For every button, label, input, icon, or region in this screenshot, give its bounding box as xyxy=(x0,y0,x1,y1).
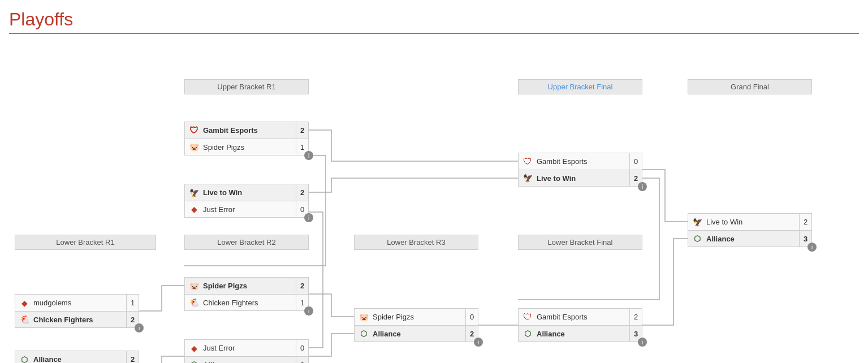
team-row-chicken-1: 🐔 Chicken Fighters 2 xyxy=(15,311,139,328)
match-lb-r2-2: ◆ Just Error 0 ⬡ Alliance 2 i xyxy=(184,339,309,363)
team-row-spider-r3: 🐷 Spider Pigzs 0 xyxy=(354,308,478,325)
team-score-alliance-lb2: 2 xyxy=(296,357,308,363)
match-lb-r1-1: ◆ mudgolems 1 🐔 Chicken Fighters 2 i xyxy=(15,294,139,328)
team-name-chicken-1: Chicken Fighters xyxy=(33,316,126,324)
round-label-lower-r1: Lower Bracket R1 xyxy=(15,235,156,250)
team-row-ltw-uf: 🦅 Live to Win 2 xyxy=(518,170,642,187)
team-name-alliance-lb2: Alliance xyxy=(203,361,296,364)
team-row-chicken-2: 🐔 Chicken Fighters 1 xyxy=(184,294,309,311)
bracket-container: Lower Bracket R1 Upper Bracket R1 Lower … xyxy=(9,40,857,363)
ltw-icon-gf: 🦅 xyxy=(690,215,704,229)
team-name-gambit-lf: Gambit Esports xyxy=(537,313,629,321)
team-name-mudgo: mudgolems xyxy=(33,299,126,307)
team-score-gambit-uf: 0 xyxy=(629,153,642,170)
match-grand-final: 🦅 Live to Win 2 ⬡ Alliance 3 i xyxy=(688,213,812,247)
team-name-alliance-lf: Alliance xyxy=(537,330,629,338)
info-icon-lb-final[interactable]: i xyxy=(638,338,647,347)
team-score-spider-2: 2 xyxy=(296,278,308,294)
team-row-error-2: ◆ Just Error 0 xyxy=(184,339,309,356)
team-name-ltw-uf: Live to Win xyxy=(537,174,629,183)
team-name-error-1: Just Error xyxy=(203,205,296,214)
team-score-mudgo: 1 xyxy=(126,295,139,311)
team-name-alliance-gf: Alliance xyxy=(706,235,799,243)
team-row-gambit-lf: 🛡 Gambit Esports 2 xyxy=(518,308,642,325)
alliance-icon-lb1: ⬡ xyxy=(18,353,31,364)
alliance-icon-gf: ⬡ xyxy=(690,232,704,245)
spider-icon-2: 🐷 xyxy=(187,279,201,293)
info-icon-ub-final[interactable]: i xyxy=(638,182,647,191)
team-row-alliance-lb2: ⬡ Alliance 2 xyxy=(184,356,309,363)
round-label-lower-final: Lower Bracket Final xyxy=(518,235,642,250)
info-icon-lb-r2-1[interactable]: i xyxy=(304,306,313,316)
ltw-icon-1: 🦅 xyxy=(187,186,201,200)
chicken-icon-1: 🐔 xyxy=(18,313,31,326)
info-icon-ub-r1-1[interactable]: i xyxy=(304,151,313,160)
team-name-alliance-r3: Alliance xyxy=(373,330,465,338)
team-name-chicken-2: Chicken Fighters xyxy=(203,299,296,307)
round-label-lower-r3: Lower Bracket R3 xyxy=(354,235,478,250)
team-row-gambit-uf: 🛡 Gambit Esports 0 xyxy=(518,153,642,170)
mudgo-icon: ◆ xyxy=(18,296,31,310)
match-lb-final: 🛡 Gambit Esports 2 ⬡ Alliance 3 i xyxy=(518,308,642,342)
team-row-alliance-r3: ⬡ Alliance 2 xyxy=(354,325,478,342)
gambit-icon-lf: 🛡 xyxy=(521,310,534,324)
spider-icon-1: 🐷 xyxy=(187,140,201,154)
team-row-ltw-gf: 🦅 Live to Win 2 xyxy=(688,213,812,230)
info-icon-lb-r3[interactable]: i xyxy=(474,338,483,347)
error-icon-2: ◆ xyxy=(187,342,201,355)
info-icon-lb-r1-1[interactable]: i xyxy=(135,323,144,332)
error-icon-1: ◆ xyxy=(187,202,201,216)
team-row-alliance-lb1: ⬡ Alliance 2 xyxy=(15,351,139,363)
match-lb-r1-2: ⬡ Alliance 2 ✦ Winstrike Team 0 i xyxy=(15,351,139,363)
round-label-grand-final: Grand Final xyxy=(688,79,812,94)
info-icon-ub-r1-2[interactable]: i xyxy=(304,213,313,222)
team-name-gambit-uf: Gambit Esports xyxy=(537,157,629,166)
ltw-icon-uf: 🦅 xyxy=(521,171,534,185)
match-ub-r1-1: 🛡 Gambit Esports 2 🐷 Spider Pigzs 1 i xyxy=(184,122,309,155)
team-name-alliance-lb1: Alliance xyxy=(33,355,126,363)
team-name-gambit-1: Gambit Esports xyxy=(203,126,296,135)
team-score-error-2: 0 xyxy=(296,340,308,356)
team-name-spider-r3: Spider Pigzs xyxy=(373,313,465,321)
team-name-spider-2: Spider Pigzs xyxy=(203,282,296,290)
info-icon-grand-final[interactable]: i xyxy=(807,243,817,252)
round-label-upper-final: Upper Bracket Final xyxy=(518,79,642,94)
team-score-spider-r3: 0 xyxy=(465,309,478,325)
team-name-ltw-gf: Live to Win xyxy=(706,218,799,226)
team-row-error-1: ◆ Just Error 0 xyxy=(184,201,309,218)
team-name-error-2: Just Error xyxy=(203,344,296,352)
team-row-spider-2: 🐷 Spider Pigzs 2 xyxy=(184,277,309,294)
team-score-alliance-lb1: 2 xyxy=(126,351,139,363)
team-row-spider-1: 🐷 Spider Pigzs 1 xyxy=(184,139,309,155)
team-score-ltw-gf: 2 xyxy=(799,214,811,230)
spider-icon-r3: 🐷 xyxy=(357,310,370,324)
team-score-gambit-1: 2 xyxy=(296,122,308,139)
alliance-icon-r3: ⬡ xyxy=(357,327,370,340)
gambit-icon-1: 🛡 xyxy=(187,124,201,137)
gambit-icon-uf: 🛡 xyxy=(521,155,534,168)
page-title: Playoffs xyxy=(9,9,859,34)
chicken-icon-2: 🐔 xyxy=(187,296,201,309)
match-lb-r2-1: 🐷 Spider Pigzs 2 🐔 Chicken Fighters 1 i xyxy=(184,277,309,311)
round-label-upper-r1: Upper Bracket R1 xyxy=(184,79,309,94)
match-lb-r3: 🐷 Spider Pigzs 0 ⬡ Alliance 2 i xyxy=(354,308,478,342)
team-row-alliance-gf: ⬡ Alliance 3 xyxy=(688,230,812,247)
round-label-lower-r2: Lower Bracket R2 xyxy=(184,235,309,250)
team-score-ltw-1: 2 xyxy=(296,184,308,201)
alliance-icon-lb2: ⬡ xyxy=(187,358,201,363)
team-row-gambit-1: 🛡 Gambit Esports 2 xyxy=(184,122,309,139)
team-name-spider-1: Spider Pigzs xyxy=(203,143,296,152)
team-score-gambit-lf: 2 xyxy=(629,309,642,325)
match-ub-r1-2: 🦅 Live to Win 2 ◆ Just Error 0 i xyxy=(184,184,309,218)
match-ub-final: 🛡 Gambit Esports 0 🦅 Live to Win 2 i xyxy=(518,153,642,187)
team-row-alliance-lf: ⬡ Alliance 3 xyxy=(518,325,642,342)
alliance-icon-lf: ⬡ xyxy=(521,327,534,340)
team-row-mudgo: ◆ mudgolems 1 xyxy=(15,294,139,311)
team-row-ltw-1: 🦅 Live to Win 2 xyxy=(184,184,309,201)
team-name-ltw-1: Live to Win xyxy=(203,188,296,197)
